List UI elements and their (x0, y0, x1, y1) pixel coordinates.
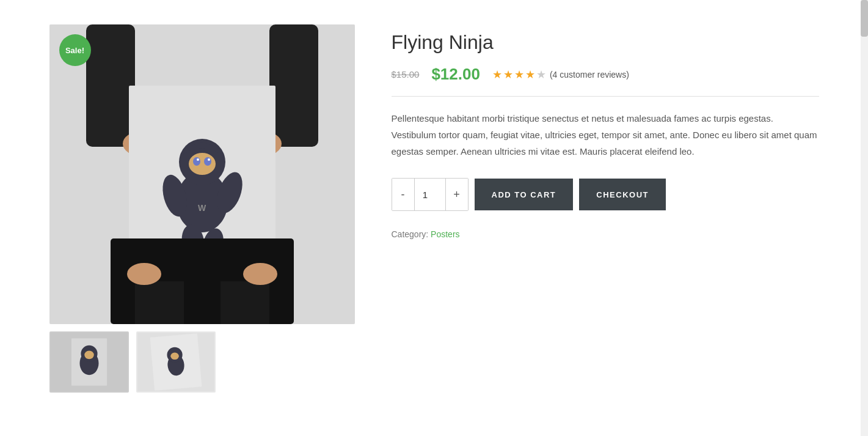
add-to-cart-row: - + ADD TO CART CHECKOUT (392, 178, 819, 211)
svg-point-32 (170, 352, 179, 360)
svg-point-10 (204, 157, 211, 166)
star-1: ★ (492, 68, 502, 81)
sale-badge: Sale! (59, 34, 91, 66)
svg-text:W: W (198, 203, 206, 213)
product-image-svg: W (49, 24, 355, 324)
svg-point-11 (197, 158, 199, 161)
svg-point-8 (189, 153, 216, 175)
star-5: ★ (536, 68, 546, 81)
scrollbar-thumb[interactable] (861, 0, 868, 37)
svg-rect-1 (86, 24, 135, 147)
svg-rect-2 (269, 24, 318, 147)
product-title: Flying Ninja (392, 31, 819, 54)
star-3: ★ (514, 68, 524, 81)
price-rating-row: $15.00 $12.00 ★ ★ ★ ★ ★ (4 customer revi… (392, 65, 819, 84)
original-price: $15.00 (392, 69, 420, 79)
thumbnail-2[interactable] (136, 331, 216, 393)
checkout-button[interactable]: CHECKOUT (579, 179, 666, 210)
quantity-wrapper: - + (392, 178, 469, 211)
star-2: ★ (503, 68, 513, 81)
thumbnail-1[interactable] (49, 331, 129, 393)
thumbnail-row (49, 331, 355, 393)
product-info: Flying Ninja $15.00 $12.00 ★ ★ ★ ★ ★ (4 … (392, 24, 819, 393)
svg-point-27 (84, 351, 94, 360)
svg-rect-20 (221, 281, 269, 324)
product-description: Pellentesque habitant morbi tristique se… (392, 110, 819, 160)
quantity-input[interactable] (414, 179, 446, 210)
rating-wrapper: ★ ★ ★ ★ ★ (4 customer reviews) (492, 68, 629, 81)
svg-rect-19 (135, 281, 184, 324)
scrollbar-track (861, 0, 868, 436)
category-row: Category: Posters (392, 229, 819, 239)
svg-point-21 (127, 263, 161, 285)
quantity-minus-button[interactable]: - (392, 179, 414, 210)
svg-point-9 (193, 157, 200, 166)
svg-point-12 (208, 158, 210, 161)
sale-price: $12.00 (431, 65, 480, 84)
main-image: Sale! (49, 24, 355, 324)
stars: ★ ★ ★ ★ ★ (492, 68, 546, 81)
star-4: ★ (525, 68, 535, 81)
category-link[interactable]: Posters (431, 229, 459, 239)
divider (392, 96, 819, 97)
add-to-cart-button[interactable]: ADD TO CART (475, 179, 574, 210)
category-label: Category: (392, 229, 429, 239)
svg-point-22 (243, 263, 277, 285)
product-gallery: Sale! (49, 24, 355, 393)
quantity-plus-button[interactable]: + (446, 179, 468, 210)
review-count[interactable]: (4 customer reviews) (550, 70, 629, 79)
